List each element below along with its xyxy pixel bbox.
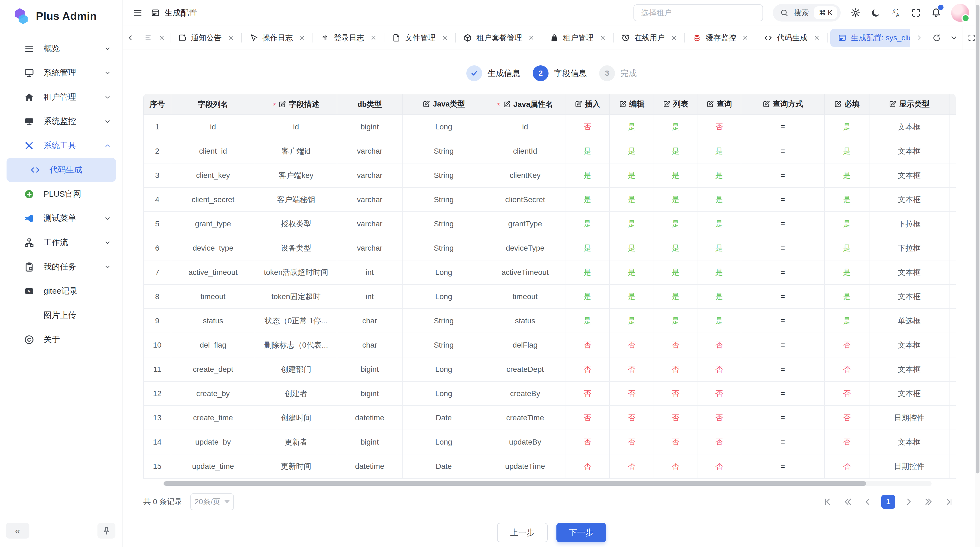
cell[interactable]: 是 [697,212,741,236]
table-horizontal-scrollbar[interactable] [163,481,932,486]
cell[interactable]: 否 [565,357,609,381]
cell[interactable]: = [741,357,824,381]
tab-文件管理[interactable]: 文件管理 [384,26,456,49]
cell[interactable]: 否 [697,406,741,430]
cell[interactable]: clientId [485,139,565,163]
first-page-icon[interactable] [821,495,835,509]
cell[interactable]: 下拉框 [869,212,949,236]
cell[interactable]: 是 [824,115,869,139]
cell[interactable]: 是 [824,212,869,236]
cell[interactable]: = [741,187,824,212]
edit-box-icon[interactable] [423,100,430,108]
cell[interactable]: 是 [609,212,654,236]
sidebar-item-测试菜单[interactable]: 测试菜单 [0,206,123,230]
cell[interactable]: timeout [485,284,565,309]
cell[interactable]: grantType [485,212,565,236]
cell[interactable]: 单选框 [869,309,949,333]
tab-生成配置: sys_client[interactable]: 生成配置: sys_client [830,29,910,47]
cell[interactable]: = [741,163,824,187]
sidebar-item-系统工具[interactable]: 系统工具 [0,134,123,158]
cell[interactable]: 否 [654,406,697,430]
cell[interactable]: 是 [565,260,609,284]
cell[interactable]: = [741,333,824,357]
cell[interactable]: clientKey [485,163,565,187]
cell[interactable]: = [741,212,824,236]
last-page-icon[interactable] [942,495,956,509]
cell[interactable]: 更新者 [255,430,337,454]
cell[interactable]: 日期控件 [869,406,949,430]
next-page-icon[interactable] [901,495,915,509]
cell[interactable]: String [402,236,485,260]
cell[interactable]: 文本框 [869,115,949,139]
cell[interactable]: = [741,430,824,454]
cell[interactable]: 是 [654,212,697,236]
sidebar-item-代码生成[interactable]: 代码生成 [6,158,116,182]
cell[interactable]: 文本框 [869,163,949,187]
next-step-button[interactable]: 下一步 [557,523,606,542]
global-search[interactable]: 搜索 ⌘ K [773,4,841,22]
cell[interactable]: 否 [654,430,697,454]
cell[interactable]: 是 [654,309,697,333]
cell[interactable]: 否 [609,454,654,478]
cell[interactable]: = [741,284,824,309]
cell[interactable]: updateBy [485,430,565,454]
cell[interactable]: String [402,309,485,333]
cell[interactable]: 下拉框 [869,236,949,260]
cell[interactable]: = [741,260,824,284]
edit-box-icon[interactable] [834,100,842,108]
cell[interactable]: 否 [824,406,869,430]
cell[interactable]: 是 [654,236,697,260]
close-icon[interactable] [671,35,677,41]
cell[interactable]: 客户端key [255,163,337,187]
cell[interactable]: 否 [654,381,697,406]
cell[interactable]: 是 [697,309,741,333]
cell[interactable]: createTime [485,406,565,430]
close-icon[interactable] [528,35,535,41]
cell[interactable]: 文本框 [869,284,949,309]
sidebar-item-gitee记录[interactable]: ¥gitee记录 [0,279,123,303]
cell[interactable]: 是 [609,236,654,260]
fullscreen-icon[interactable] [911,8,921,18]
edit-box-icon[interactable] [762,100,770,108]
cell[interactable]: 是 [824,139,869,163]
close-icon[interactable] [158,35,165,41]
cell[interactable]: 否 [697,430,741,454]
sidebar-item-工作流[interactable]: 工作流 [0,230,123,255]
dark-mode-moon-icon[interactable] [870,8,881,18]
cell[interactable]: Long [402,430,485,454]
cell[interactable]: 否 [654,357,697,381]
cell[interactable]: String [402,212,485,236]
cell[interactable]: 是 [565,212,609,236]
tab-通知公告[interactable]: 通知公告 [170,26,242,49]
window-scrollbar-thumb[interactable] [976,5,980,474]
sidebar-item-我的任务[interactable]: 我的任务 [0,255,123,279]
cell[interactable]: 是 [565,236,609,260]
cell[interactable]: 是 [697,236,741,260]
cell[interactable]: 否 [824,333,869,357]
cell[interactable]: 客户端秘钥 [255,187,337,212]
cell[interactable]: 否 [697,333,741,357]
cell[interactable]: 是 [824,260,869,284]
cell[interactable]: 是 [654,260,697,284]
cell[interactable]: 否 [609,430,654,454]
cell[interactable]: 否 [654,454,697,478]
tab-租户套餐管理[interactable]: 租户套餐管理 [456,26,542,49]
cell[interactable]: 文本框 [869,381,949,406]
edit-box-icon[interactable] [503,100,511,108]
cell[interactable]: token活跃超时时间 [255,260,337,284]
notifications-bell[interactable] [931,7,941,19]
cell[interactable]: 创建者 [255,381,337,406]
cell[interactable]: = [741,115,824,139]
close-icon[interactable] [370,35,377,41]
close-icon[interactable] [228,35,234,41]
current-page-button[interactable]: 1 [881,495,895,509]
tenant-select-input[interactable] [633,4,763,21]
cell[interactable]: clientSecret [485,187,565,212]
cell[interactable]: 客户端id [255,139,337,163]
cell[interactable]: 是 [824,284,869,309]
sidebar-item-概览[interactable]: 概览 [0,37,123,61]
sidebar-item-系统管理[interactable]: 系统管理 [0,61,123,85]
cell[interactable]: 是 [609,309,654,333]
tab-partial[interactable] [138,26,170,49]
tab-actions-chevron-down-icon[interactable] [945,26,963,49]
